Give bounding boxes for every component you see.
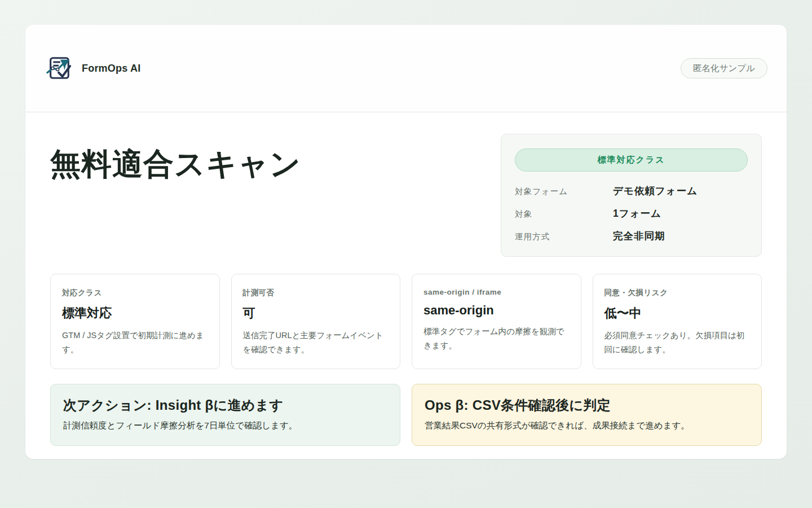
stat-card-consent-risk: 同意・欠損リスク 低〜中 必須同意チェックあり。欠損項目は初回に確認します。 bbox=[593, 274, 762, 369]
header: FormOps AI 匿名化サンプル bbox=[25, 25, 787, 112]
stat-desc: GTM / JSタグ設置で初期計測に進めます。 bbox=[62, 329, 208, 357]
kv-label: 対象 bbox=[515, 209, 613, 220]
callout-title: 次アクション: Insight βに進めます bbox=[63, 396, 387, 414]
page-title: 無料適合スキャン bbox=[50, 146, 301, 181]
stat-label: 対応クラス bbox=[62, 288, 208, 298]
page-card: FormOps AI 匿名化サンプル 無料適合スキャン 標準対応クラス 対象フォ… bbox=[25, 25, 787, 459]
hero-row: 無料適合スキャン 標準対応クラス 対象フォーム デモ依頼フォーム 対象 1フォー… bbox=[50, 134, 762, 257]
stat-desc: 送信完了URLと主要フォームイベントを確認できます。 bbox=[243, 329, 389, 357]
kv-label: 対象フォーム bbox=[515, 186, 613, 197]
stat-card-measurability: 計測可否 可 送信完了URLと主要フォームイベントを確認できます。 bbox=[231, 274, 401, 369]
kv-value: 完全非同期 bbox=[613, 229, 665, 243]
stat-value: same-origin bbox=[423, 303, 570, 318]
stat-label: 計測可否 bbox=[243, 288, 389, 298]
brand-name: FormOps AI bbox=[82, 63, 140, 75]
class-badge: 標準対応クラス bbox=[515, 148, 748, 172]
stat-value: 可 bbox=[243, 305, 389, 322]
stat-value: 標準対応 bbox=[62, 305, 208, 322]
summary-rows: 対象フォーム デモ依頼フォーム 対象 1フォーム 運用方式 完全非同期 bbox=[515, 184, 748, 243]
callout-desc: 営業結果CSVの共有形式が確認できれば、成果接続まで進めます。 bbox=[425, 419, 749, 432]
next-action-callout: 次アクション: Insight βに進めます 計測信頼度とフィールド摩擦分析を7… bbox=[50, 384, 400, 446]
summary-row-target-form: 対象フォーム デモ依頼フォーム bbox=[515, 184, 748, 198]
kv-label: 運用方式 bbox=[515, 231, 613, 242]
scan-summary-card: 標準対応クラス 対象フォーム デモ依頼フォーム 対象 1フォーム 運用方式 完全… bbox=[501, 134, 762, 257]
summary-row-operation-mode: 運用方式 完全非同期 bbox=[515, 229, 748, 243]
stat-label: same-origin / iframe bbox=[423, 288, 570, 296]
kv-value: 1フォーム bbox=[613, 207, 661, 220]
form-document-chart-check-icon bbox=[46, 55, 72, 82]
ops-beta-callout: Ops β: CSV条件確認後に判定 営業結果CSVの共有形式が確認できれば、成… bbox=[412, 384, 762, 446]
anonymized-sample-badge[interactable]: 匿名化サンプル bbox=[681, 58, 767, 78]
callout-title: Ops β: CSV条件確認後に判定 bbox=[425, 396, 749, 414]
kv-value: デモ依頼フォーム bbox=[613, 184, 698, 198]
callouts-row: 次アクション: Insight βに進めます 計測信頼度とフィールド摩擦分析を7… bbox=[50, 384, 762, 446]
callout-desc: 計測信頼度とフィールド摩擦分析を7日単位で確認します。 bbox=[63, 419, 387, 432]
brand: FormOps AI bbox=[46, 55, 140, 82]
stat-card-support-class: 対応クラス 標準対応 GTM / JSタグ設置で初期計測に進めます。 bbox=[50, 274, 220, 369]
stat-card-origin: same-origin / iframe same-origin 標準タグでフォ… bbox=[412, 274, 581, 369]
stat-value: 低〜中 bbox=[604, 305, 751, 322]
stat-desc: 標準タグでフォーム内の摩擦を観測できます。 bbox=[423, 325, 570, 353]
main-content: 無料適合スキャン 標準対応クラス 対象フォーム デモ依頼フォーム 対象 1フォー… bbox=[25, 112, 787, 446]
summary-row-target: 対象 1フォーム bbox=[515, 207, 748, 220]
stats-row: 対応クラス 標準対応 GTM / JSタグ設置で初期計測に進めます。 計測可否 … bbox=[50, 274, 762, 369]
stat-label: 同意・欠損リスク bbox=[604, 288, 751, 298]
stat-desc: 必須同意チェックあり。欠損項目は初回に確認します。 bbox=[604, 329, 751, 357]
